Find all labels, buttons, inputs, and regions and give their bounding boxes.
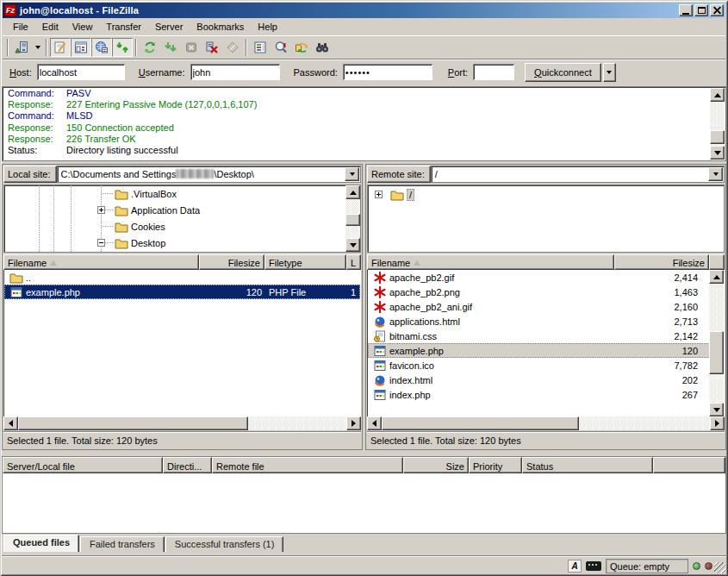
password-input[interactable] bbox=[343, 64, 432, 80]
file-row[interactable]: favicon.ico 7,782 bbox=[368, 358, 724, 373]
local-site-path-combo[interactable]: C:\Documents and Settings\Desktop\ bbox=[57, 166, 361, 183]
remote-directory-tree[interactable]: / bbox=[367, 185, 725, 253]
remote-file-list[interactable]: apache_pb2.gif 2,414 apache_pb2.png 1,46… bbox=[367, 270, 725, 416]
scroll-thumb[interactable] bbox=[345, 214, 360, 226]
scroll-down-button[interactable] bbox=[710, 146, 725, 160]
log-scrollbar[interactable] bbox=[710, 88, 725, 160]
site-manager-button[interactable] bbox=[11, 38, 32, 57]
file-row[interactable]: index.html 202 bbox=[368, 373, 724, 387]
resize-grip[interactable] bbox=[714, 562, 725, 573]
column-header-filetype[interactable]: Filetype bbox=[264, 254, 346, 270]
message-log[interactable]: Command:PASV Response:227 Entering Passi… bbox=[2, 86, 726, 161]
compare-button[interactable] bbox=[271, 38, 291, 57]
file-row-selected[interactable]: example.php 120 bbox=[368, 343, 724, 358]
tree-item-cookies[interactable]: Cookies bbox=[113, 218, 165, 235]
filter-button[interactable] bbox=[250, 38, 271, 57]
local-tree-scrollbar[interactable] bbox=[345, 185, 360, 252]
titlebar[interactable]: Fz john@localhost - FileZilla bbox=[3, 3, 725, 18]
file-row[interactable]: index.php 267 bbox=[368, 387, 724, 402]
remote-hscrollbar[interactable] bbox=[367, 416, 725, 430]
menu-help[interactable]: Help bbox=[251, 20, 284, 34]
remote-site-path-combo[interactable]: / bbox=[431, 166, 725, 183]
tree-expander-minus[interactable] bbox=[97, 239, 105, 247]
process-queue-button[interactable] bbox=[160, 38, 181, 57]
toggle-local-tree-button[interactable] bbox=[71, 38, 91, 57]
refresh-button[interactable] bbox=[140, 38, 160, 57]
cancel-operation-button[interactable] bbox=[181, 38, 202, 57]
column-header-remote-file[interactable]: Remote file bbox=[212, 457, 403, 473]
remote-site-dropdown-button[interactable] bbox=[708, 167, 723, 181]
file-row[interactable]: bitnami.css 2,142 bbox=[368, 329, 724, 343]
scroll-right-button[interactable] bbox=[710, 416, 725, 430]
find-files-button[interactable] bbox=[312, 38, 333, 57]
toggle-transfer-queue-button[interactable] bbox=[112, 38, 133, 57]
scroll-down-button[interactable] bbox=[345, 238, 360, 252]
toggle-remote-tree-button[interactable] bbox=[91, 38, 112, 57]
close-button[interactable] bbox=[710, 4, 724, 16]
tab-successful-transfers[interactable]: Successful transfers (1) bbox=[165, 536, 284, 552]
tree-expander-plus[interactable] bbox=[97, 206, 105, 214]
host-input[interactable] bbox=[37, 64, 125, 80]
quickconnect-button[interactable]: Quickconnect bbox=[525, 63, 601, 82]
scroll-up-button[interactable] bbox=[345, 185, 360, 199]
column-header-direction[interactable]: Directi... bbox=[163, 457, 212, 473]
data-type-indicator-icon[interactable]: A bbox=[568, 560, 582, 573]
reconnect-button[interactable] bbox=[222, 38, 243, 57]
scroll-left-button[interactable] bbox=[3, 416, 18, 430]
column-header-priority[interactable]: Priority bbox=[469, 457, 522, 473]
maximize-button[interactable] bbox=[694, 4, 708, 16]
tab-failed-transfers[interactable]: Failed transfers bbox=[80, 536, 165, 552]
menu-edit[interactable]: Edit bbox=[35, 20, 65, 34]
queue-list-empty[interactable] bbox=[3, 473, 725, 533]
remote-list-scrollbar[interactable] bbox=[709, 270, 724, 416]
site-manager-dropdown-button[interactable] bbox=[32, 38, 43, 57]
column-header-lastmodified[interactable]: L bbox=[346, 254, 361, 270]
scroll-right-button[interactable] bbox=[346, 416, 361, 430]
scroll-up-button[interactable] bbox=[710, 88, 725, 102]
column-header-filesize[interactable]: Filesize bbox=[199, 254, 264, 270]
column-header-filename[interactable]: Filename bbox=[367, 254, 614, 270]
column-header-size[interactable]: Size bbox=[403, 457, 469, 473]
port-input[interactable] bbox=[473, 64, 514, 80]
username-input[interactable] bbox=[190, 64, 280, 80]
scroll-thumb[interactable] bbox=[18, 416, 248, 430]
local-file-list[interactable]: .. example.php 120 PHP File 1 bbox=[3, 270, 361, 416]
menu-bookmarks[interactable]: Bookmarks bbox=[190, 20, 251, 34]
tree-item-desktop[interactable]: Desktop bbox=[113, 235, 165, 251]
column-header-filename[interactable]: Filename bbox=[3, 254, 199, 270]
file-row-parent-dir[interactable]: .. bbox=[4, 270, 360, 285]
scroll-thumb[interactable] bbox=[709, 331, 724, 374]
file-row[interactable]: applications.html 2,713 bbox=[368, 314, 724, 329]
tree-item-virtualbox[interactable]: .VirtualBox bbox=[113, 185, 177, 202]
quickconnect-dropdown-button[interactable] bbox=[603, 63, 616, 82]
local-directory-tree[interactable]: .VirtualBox Application Data Cookies Des… bbox=[3, 185, 361, 253]
tab-queued-files[interactable]: Queued files bbox=[3, 535, 79, 552]
menu-server[interactable]: Server bbox=[148, 20, 190, 34]
synchronized-browsing-button[interactable] bbox=[291, 38, 312, 57]
file-row[interactable]: apache_pb2.gif 2,414 bbox=[368, 270, 724, 285]
menu-view[interactable]: View bbox=[65, 20, 100, 34]
toggle-message-log-button[interactable] bbox=[50, 38, 71, 57]
file-row[interactable]: apache_pb2.png 1,463 bbox=[368, 285, 724, 299]
local-hscrollbar[interactable] bbox=[3, 416, 361, 430]
app-icon[interactable]: Fz bbox=[4, 4, 16, 16]
minimize-button[interactable] bbox=[679, 4, 693, 16]
column-header-status[interactable]: Status bbox=[522, 457, 653, 473]
scroll-left-button[interactable] bbox=[367, 416, 382, 430]
column-header-filesize[interactable]: Filesize bbox=[614, 254, 709, 270]
tree-item-root[interactable]: / bbox=[389, 186, 414, 203]
speed-limit-icon[interactable] bbox=[586, 561, 601, 571]
scroll-thumb[interactable] bbox=[710, 130, 725, 144]
file-row[interactable]: apache_pb2_ani.gif 2,160 bbox=[368, 299, 724, 314]
column-header-server-local-file[interactable]: Server/Local file bbox=[3, 457, 163, 473]
tree-expander-plus[interactable] bbox=[375, 191, 383, 198]
scroll-up-button[interactable] bbox=[709, 270, 724, 284]
disconnect-button[interactable] bbox=[202, 38, 222, 57]
menu-file[interactable]: File bbox=[6, 20, 35, 34]
local-site-dropdown-button[interactable] bbox=[345, 167, 359, 181]
tree-item-application-data[interactable]: Application Data bbox=[113, 202, 200, 218]
menu-transfer[interactable]: Transfer bbox=[99, 20, 148, 34]
file-row-example-php[interactable]: example.php 120 PHP File 1 bbox=[4, 285, 360, 299]
scroll-down-button[interactable] bbox=[709, 403, 724, 416]
scroll-thumb[interactable] bbox=[382, 416, 579, 430]
